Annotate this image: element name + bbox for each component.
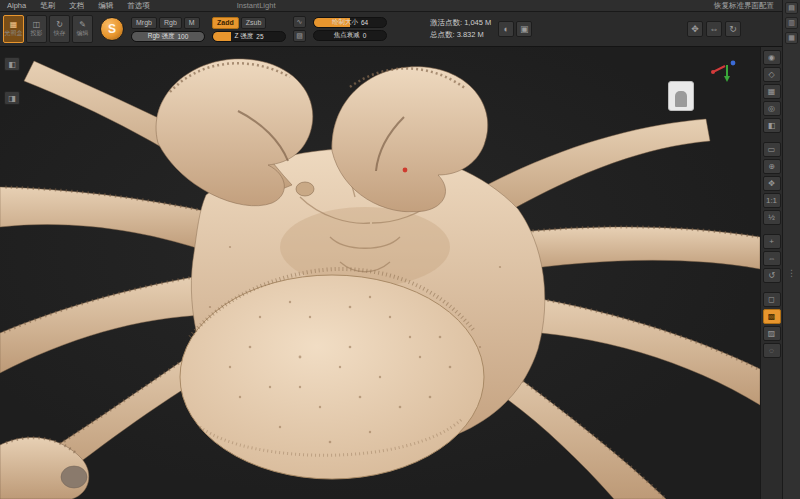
transparency-button[interactable]: ▨ xyxy=(763,326,781,341)
instantlight-label: InstantLight xyxy=(237,1,276,10)
stroke-alpha-group: ∿ ▨ xyxy=(293,16,306,42)
lightbox-icon: ▦ xyxy=(10,20,18,29)
bust-icon xyxy=(675,91,687,107)
quicksave-icon: ↻ xyxy=(56,20,63,29)
transform-tool-group: ✥ ⇔ ↻ xyxy=(687,21,741,37)
preview-thumbnail[interactable] xyxy=(668,81,694,111)
half-size-button[interactable]: ½ xyxy=(763,210,781,225)
quicksave-button[interactable]: ↻ 快存 xyxy=(49,15,70,43)
mid-button-group: ◐ ▣ xyxy=(498,21,532,37)
scale-tool-button[interactable]: ⇔ xyxy=(706,21,722,37)
right-tray-strip: ▤ ▥ ▦ ⋮ xyxy=(782,0,800,499)
menu-item-document[interactable]: 文档 xyxy=(62,1,91,11)
frame-button[interactable]: ▭ xyxy=(763,142,781,157)
projection-button[interactable]: ◫ 投影 xyxy=(26,15,47,43)
top-shelf: ▦ 光照盒 ◫ 投影 ↻ 快存 ✎ 编辑 S Mrgb Rgb M xyxy=(0,12,800,47)
floor-button[interactable]: ▦ xyxy=(763,84,781,99)
polyframe-button[interactable]: ▩ xyxy=(763,309,781,324)
solo-button[interactable]: ◻ xyxy=(763,292,781,307)
right-shelf: ◉ ◇ ▦ ◎ ◧ ▭ ⊕ ✥ 1:1 ½ + ⇔ ↺ ◻ ▩ ▨ ◌ xyxy=(760,47,782,499)
zoom-button[interactable]: ⊕ xyxy=(763,159,781,174)
tray-icon-3[interactable]: ▦ xyxy=(785,32,798,44)
restore-ui-label[interactable]: 恢复标准界面配置 xyxy=(714,1,774,11)
edit-mode-button[interactable]: ✎ 编辑 xyxy=(72,15,93,43)
rotate3d-button[interactable]: ↺ xyxy=(763,268,781,283)
scale3d-button[interactable]: ⇔ xyxy=(763,251,781,266)
crab-model[interactable] xyxy=(0,47,760,499)
actual-size-button[interactable]: 1:1 xyxy=(763,193,781,208)
lsym-button[interactable]: ◧ xyxy=(763,118,781,133)
size-slider-group: 绘制大小 64 焦点衰减 0 xyxy=(313,17,387,41)
menu-item-preferences[interactable]: 首选项 xyxy=(120,1,157,11)
bpr-button[interactable]: ◉ xyxy=(763,50,781,65)
menubar: Alpha 笔刷 文档 编辑 首选项 InstantLight 恢复标准界面配置 xyxy=(0,0,800,12)
left-canvas-icon-bottom[interactable]: ◨ xyxy=(4,91,20,105)
rotate-tool-button[interactable]: ↻ xyxy=(725,21,741,37)
move-tool-button[interactable]: ✥ xyxy=(687,21,703,37)
current-brush-button[interactable]: S xyxy=(100,17,124,41)
tray-icon-2[interactable]: ▥ xyxy=(785,17,798,29)
scroll-button[interactable]: ✥ xyxy=(763,176,781,191)
local-button[interactable]: ◎ xyxy=(763,101,781,116)
menu-item-alpha[interactable]: Alpha xyxy=(0,1,33,10)
z-intensity-slider[interactable]: Z 强度 25 xyxy=(212,31,286,42)
stroke-picker-button[interactable]: ∿ xyxy=(293,16,306,28)
zsub-button[interactable]: Zsub xyxy=(241,17,267,29)
viewport-canvas[interactable]: ◧ ◨ xyxy=(0,47,760,499)
tray-icon-1[interactable]: ▤ xyxy=(785,2,798,14)
lightbox-button[interactable]: ▦ 光照盒 xyxy=(3,15,24,43)
paint-mode-group: Mrgb Rgb M Rgb 强度 100 xyxy=(131,17,205,42)
point-count-readout: 激活点数: 1,045 M 总点数: 3.832 M xyxy=(430,17,491,40)
app-window: Alpha 笔刷 文档 编辑 首选项 InstantLight 恢复标准界面配置… xyxy=(0,0,800,499)
projection-icon: ◫ xyxy=(33,20,41,29)
rgb-intensity-slider[interactable]: Rgb 强度 100 xyxy=(131,31,205,42)
left-button-group: ▦ 光照盒 ◫ 投影 ↻ 快存 ✎ 编辑 xyxy=(3,15,93,43)
persp-button[interactable]: ◇ xyxy=(763,67,781,82)
focal-shift-slider[interactable]: 焦点衰减 0 xyxy=(313,30,387,41)
zadd-button[interactable]: Zadd xyxy=(212,17,239,29)
edit-icon: ✎ xyxy=(79,20,86,29)
total-points-label: 总点数: 3.832 M xyxy=(430,29,491,41)
left-canvas-icon-top[interactable]: ◧ xyxy=(4,57,20,71)
alpha-picker-button[interactable]: ▨ xyxy=(293,30,306,42)
m-button[interactable]: M xyxy=(184,17,200,29)
mrgb-button[interactable]: Mrgb xyxy=(131,17,157,29)
material-button[interactable]: ◐ xyxy=(498,21,514,37)
sculpt-mode-group: Zadd Zsub Z 强度 25 xyxy=(212,17,286,42)
tray-divider-handle[interactable]: ⋮ xyxy=(787,268,796,278)
menu-item-edit[interactable]: 编辑 xyxy=(91,1,120,11)
ghost-button[interactable]: ◌ xyxy=(763,343,781,358)
texture-button[interactable]: ▣ xyxy=(516,21,532,37)
stroke-marker xyxy=(403,168,408,173)
active-points-label: 激活点数: 1,045 M xyxy=(430,17,491,29)
draw-size-slider[interactable]: 绘制大小 64 xyxy=(313,17,387,28)
rgb-button[interactable]: Rgb xyxy=(159,17,182,29)
menu-item-brush[interactable]: 笔刷 xyxy=(33,1,62,11)
move3d-button[interactable]: + xyxy=(763,234,781,249)
